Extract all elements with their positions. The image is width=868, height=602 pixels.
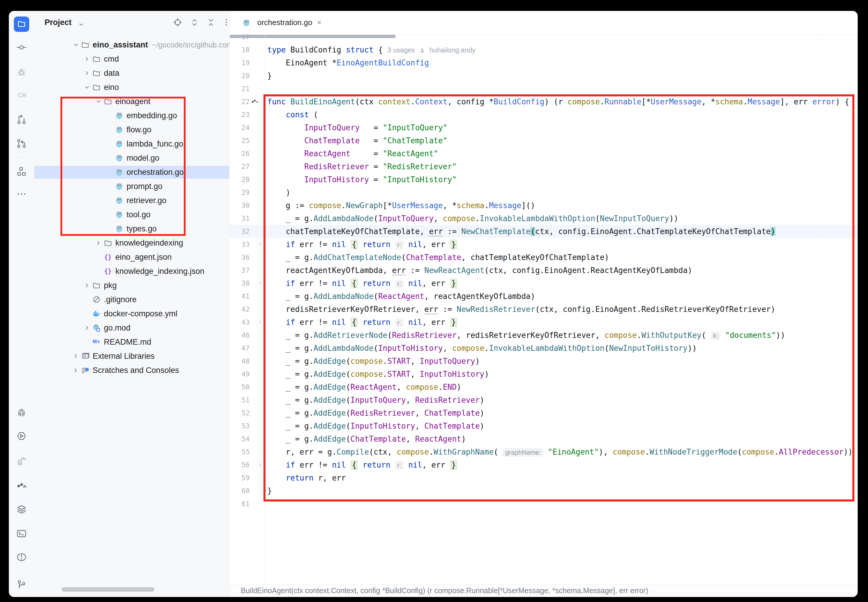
line-number-48[interactable]: 48 [229, 355, 249, 368]
line-number-29[interactable]: 29 [229, 186, 249, 199]
author-person-icon [415, 45, 429, 54]
tree-collapse-chevron[interactable] [83, 281, 91, 290]
activity-git-branch-button[interactable] [14, 577, 29, 593]
tree-item--gitignore[interactable]: .gitignore [34, 293, 229, 306]
line-number-33[interactable]: 33 [229, 238, 249, 251]
panel-locate-button[interactable] [172, 18, 183, 28]
chevron-down-icon[interactable] [78, 21, 85, 29]
project-panel-horizontal-scrollbar[interactable] [62, 587, 154, 592]
activity-terminal-button[interactable] [14, 527, 29, 542]
line-number-32[interactable]: 32 [229, 225, 249, 238]
tree-collapse-chevron[interactable] [83, 69, 91, 78]
line-number-38[interactable]: 38 [229, 277, 249, 290]
activity-commit-button[interactable] [14, 40, 29, 56]
tab-close-icon[interactable]: × [317, 18, 321, 27]
activity-divider [15, 157, 28, 158]
tree-chevron-spacer [94, 267, 103, 276]
code-line-20[interactable]: } [267, 69, 858, 82]
code-line-19[interactable]: EinoAgent *EinoAgentBuildConfig [267, 56, 858, 69]
tree-expand-chevron[interactable] [71, 40, 80, 49]
activity-project-button[interactable] [14, 17, 29, 32]
line-number-30[interactable]: 30 [229, 199, 249, 212]
line-number-17[interactable]: 17 [229, 34, 249, 43]
line-number-28[interactable]: 28 [229, 173, 249, 186]
line-number-60[interactable]: 60 [229, 484, 249, 498]
line-number-55[interactable]: 55 [229, 445, 249, 458]
tree-item-docker-compose-yml[interactable]: docker-compose.yml [34, 307, 229, 320]
activity-problems-button[interactable] [14, 550, 29, 565]
activity-pull-request-button[interactable] [14, 113, 29, 128]
line-number-50[interactable]: 50 [229, 381, 249, 393]
tree-item-cmd[interactable]: cmd [34, 52, 229, 66]
project-panel-title[interactable]: Project [45, 18, 72, 27]
line-number-52[interactable]: 52 [229, 407, 249, 419]
tree-item-knowledge-indexing-json[interactable]: {}knowledge_indexing.json [34, 265, 229, 278]
line-number-42[interactable]: 42 [229, 303, 249, 316]
project-icon [17, 19, 26, 29]
fold-chevron-icon[interactable] [257, 238, 264, 251]
fold-chevron-icon[interactable] [257, 458, 264, 471]
line-number-22[interactable]: 22 [229, 95, 249, 108]
line-number-49[interactable]: 49 [229, 368, 249, 381]
line-number-37[interactable]: 37 [229, 264, 249, 277]
activity-debug-button[interactable] [14, 65, 29, 80]
line-number-36[interactable]: 36 [229, 251, 249, 264]
activity-fork-button[interactable] [14, 137, 29, 152]
tree-collapse-chevron[interactable] [83, 323, 91, 332]
code-line-21[interactable] [267, 82, 858, 95]
line-number-53[interactable]: 53 [229, 419, 249, 433]
tree-collapse-chevron[interactable] [83, 55, 91, 63]
tree-item-eino-agent-json[interactable]: {}eino_agent.json [34, 250, 229, 264]
line-number-61[interactable]: 61 [229, 498, 249, 510]
tree-item-scratches-and-consoles[interactable]: Scratches and Consoles [34, 364, 229, 377]
pull-request-icon [17, 115, 26, 126]
tree-item-knowledgeindexing[interactable]: knowledgeindexing [34, 236, 229, 249]
activity-code-review-button[interactable]: CR [14, 88, 29, 103]
activity-profiler-button[interactable] [14, 478, 29, 493]
line-number-20[interactable]: 20 [229, 69, 249, 82]
tree-item-pkg[interactable]: pkg [34, 279, 229, 292]
line-number-41[interactable]: 41 [229, 290, 249, 303]
line-number-26[interactable]: 26 [229, 147, 249, 160]
activity-services-button[interactable] [14, 502, 29, 518]
tree-collapse-chevron[interactable] [94, 238, 103, 247]
line-number-18[interactable]: 18 [229, 43, 249, 56]
activity-package-button[interactable] [14, 405, 29, 421]
tree-item-external-libraries[interactable]: External Libraries [34, 350, 229, 362]
line-number-46[interactable]: 46 [229, 329, 249, 342]
breadcrumb[interactable]: BuildEinoAgent(ctx context.Context, conf… [241, 587, 648, 595]
line-number-31[interactable]: 31 [229, 212, 249, 225]
tree-item-eino-assistant[interactable]: eino_assistant~/gocode/src/github.com/cl [34, 38, 229, 51]
code-line-18[interactable]: type BuildConfig struct { 3 usages huhai… [267, 43, 858, 56]
tree-item-readme-md[interactable]: MREADME.md [34, 335, 229, 349]
code-line-17[interactable] [267, 34, 858, 43]
tree-collapse-chevron[interactable] [71, 366, 80, 375]
line-number-24[interactable]: 24 [229, 121, 249, 134]
panel-collapse-all-button[interactable] [206, 18, 216, 28]
line-number-19[interactable]: 19 [229, 56, 249, 69]
line-number-59[interactable]: 59 [229, 471, 249, 484]
line-number-47[interactable]: 47 [229, 342, 249, 355]
tree-expand-chevron[interactable] [83, 83, 91, 92]
tree-item-data[interactable]: data [34, 67, 229, 80]
line-number-43[interactable]: 43 [229, 316, 249, 329]
tree-item-eino[interactable]: eino [34, 81, 229, 94]
line-number-21[interactable]: 21 [229, 82, 249, 95]
line-number-25[interactable]: 25 [229, 134, 249, 147]
line-number-56[interactable]: 56 [229, 458, 249, 471]
panel-expand-all-button[interactable] [189, 18, 199, 28]
line-number-23[interactable]: 23 [229, 108, 249, 121]
activity-notebook-button[interactable] [14, 454, 29, 470]
graph-gutter-icon[interactable] [251, 95, 259, 108]
fold-chevron-icon[interactable] [257, 277, 264, 290]
activity-more-button[interactable] [14, 187, 29, 202]
line-number-54[interactable]: 54 [229, 433, 249, 445]
activity-run-button[interactable] [14, 429, 29, 444]
tree-collapse-chevron[interactable] [71, 352, 80, 361]
fold-chevron-icon[interactable] [257, 316, 264, 329]
line-number-27[interactable]: 27 [229, 160, 249, 173]
line-number-51[interactable]: 51 [229, 393, 249, 407]
tab-orchestration-go[interactable]: orchestration.go × [241, 11, 322, 34]
tree-item-go-mod[interactable]: go.mod [34, 321, 229, 334]
activity-structure-button[interactable] [14, 164, 29, 180]
